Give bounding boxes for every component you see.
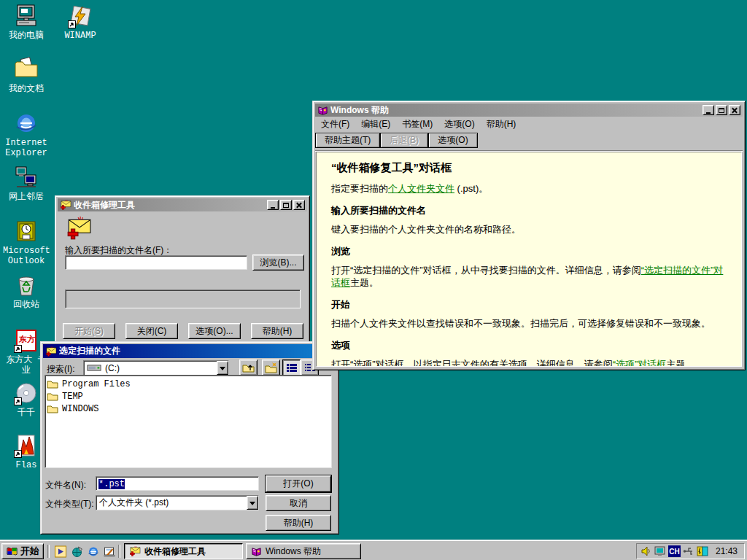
- help-section-heading: 输入所要扫描的文件名: [331, 204, 727, 217]
- minimize-button[interactable]: [267, 200, 279, 210]
- taskbar-separator: [118, 545, 120, 558]
- display-icon[interactable]: [654, 545, 666, 557]
- shortcut-arrow-icon: [14, 450, 22, 458]
- help-titlebar[interactable]: Windows 帮助: [315, 104, 743, 117]
- help-button[interactable]: 帮助(H): [266, 515, 331, 531]
- desktop: 我的电脑 WINAMP 我的文档 Internet Explorer 网上邻居 …: [0, 0, 747, 560]
- menu-help[interactable]: 帮助(H): [481, 117, 522, 132]
- help-topics-button[interactable]: 帮助主题(T): [315, 133, 380, 148]
- desktop-icon-winamp[interactable]: WINAMP: [57, 4, 104, 41]
- file-name-input[interactable]: *.pst: [96, 476, 259, 491]
- inbox-repair-icon: [45, 346, 57, 357]
- repair-titlebar[interactable]: 收件箱修理工具: [58, 198, 307, 211]
- inbox-repair-icon: [129, 546, 141, 556]
- drive-icon: [87, 364, 101, 372]
- icon-label: 回收站: [3, 300, 50, 310]
- file-list-item[interactable]: TEMP: [47, 390, 330, 402]
- scan-file-input[interactable]: [65, 255, 247, 270]
- help-menubar: 文件(F) 编辑(E) 书签(M) 选项(O) 帮助(H): [313, 117, 745, 131]
- file-type-label: 文件类型(T):: [45, 498, 94, 510]
- internet-explorer-quicklaunch-icon[interactable]: [87, 545, 100, 558]
- folder-icon: [47, 404, 58, 413]
- shortcut-arrow-icon: [14, 397, 22, 405]
- back-button[interactable]: 后退(B): [380, 133, 428, 148]
- look-in-label: 搜索(I):: [47, 363, 75, 376]
- minimize-button[interactable]: [703, 105, 714, 115]
- close-button[interactable]: [729, 105, 740, 115]
- help-button[interactable]: 帮助(H): [251, 323, 303, 339]
- task-button-windows-help[interactable]: Windows 帮助: [246, 543, 361, 559]
- maximize-button[interactable]: [716, 105, 727, 115]
- volume-icon[interactable]: [640, 545, 652, 557]
- clock[interactable]: 21:43: [716, 546, 738, 556]
- open-button[interactable]: 打开(O): [266, 475, 331, 492]
- file-list: Program Files TEMP WINDOWS: [44, 375, 332, 468]
- help-paragraph: 指定要扫描的个人文件夹文件 (.pst)。: [331, 182, 727, 195]
- my-computer-icon: [14, 4, 39, 28]
- start-button[interactable]: 开始: [1, 543, 44, 559]
- look-in-combobox[interactable]: (C:): [83, 360, 229, 376]
- options-button[interactable]: 选项(O): [428, 133, 477, 148]
- channels-quicklaunch-icon[interactable]: [71, 545, 84, 558]
- close-button[interactable]: [293, 200, 305, 210]
- options-button[interactable]: 选项(O)...: [188, 323, 241, 339]
- network-neighborhood-icon: [14, 165, 39, 190]
- internet-explorer-icon: [14, 111, 39, 136]
- icon-label: WINAMP: [57, 31, 104, 41]
- file-type-combobox[interactable]: 个人文件夹 (*.pst): [96, 495, 259, 510]
- new-folder-button[interactable]: [262, 359, 280, 376]
- menu-options[interactable]: 选项(O): [438, 117, 480, 132]
- list-view-button[interactable]: [282, 359, 301, 376]
- shortcut-arrow-icon: [14, 345, 22, 353]
- pst-file-link[interactable]: 个人文件夹文件: [388, 183, 454, 194]
- up-one-level-button[interactable]: [239, 359, 258, 376]
- desktop-icon-recycle-bin[interactable]: 回收站: [3, 273, 50, 310]
- help-content: “收件箱修复工具”对话框 指定要扫描的个人文件夹文件 (.pst)。 输入所要扫…: [316, 152, 742, 367]
- combo-dropdown-arrow[interactable]: [247, 496, 258, 510]
- power-icon[interactable]: [697, 545, 708, 557]
- inbox-repair-large-icon: [66, 217, 92, 240]
- windows-flag-icon: [6, 546, 18, 557]
- start-button[interactable]: 开始(S): [63, 323, 115, 339]
- options-dialog-link[interactable]: “选项”对话框: [613, 359, 667, 367]
- menu-bookmark[interactable]: 书签(M): [396, 117, 438, 132]
- menu-edit[interactable]: 编辑(E): [355, 117, 396, 132]
- inbox-repair-icon: [60, 200, 71, 210]
- file-list-item[interactable]: Program Files: [47, 378, 330, 390]
- help-topic-title: “收件箱修复工具”对话框: [331, 161, 727, 174]
- help-book-icon: [251, 546, 262, 557]
- combo-dropdown-arrow[interactable]: [217, 361, 228, 375]
- taskbar: 开始 收件箱修理工具 Windows 帮助 CH 21:43: [0, 540, 747, 560]
- task-button-inbox-repair[interactable]: 收件箱修理工具: [124, 543, 243, 559]
- help-paragraph: 扫描个人文件夹文件以查找错误和不一致现象。扫描完后，可选择修复错误和不一致现象。: [331, 317, 727, 330]
- file-dialog-titlebar[interactable]: 选定扫描的文件: [43, 344, 336, 358]
- close-dialog-button[interactable]: 关闭(C): [125, 323, 178, 339]
- list-view-icon: [286, 362, 298, 373]
- dongfang-icon-text: 东方: [19, 334, 35, 345]
- media-player-quicklaunch-icon[interactable]: [54, 545, 67, 558]
- file-name-value: *.pst: [98, 479, 125, 489]
- repair-title: 收件箱修理工具: [74, 199, 265, 211]
- desktop-icon-my-documents[interactable]: 我的文档: [3, 57, 50, 94]
- window-windows-help: Windows 帮助 文件(F) 编辑(E) 书签(M) 选项(O) 帮助(H)…: [312, 101, 746, 370]
- up-folder-icon: [242, 362, 255, 373]
- show-desktop-quicklaunch-icon[interactable]: [103, 545, 116, 558]
- help-title: Windows 帮助: [330, 104, 700, 117]
- recycle-bin-icon: [14, 273, 39, 298]
- microsoft-outlook-icon: [14, 219, 39, 244]
- desktop-icon-network-neighborhood[interactable]: 网上邻居: [3, 165, 50, 202]
- menu-file[interactable]: 文件(F): [315, 117, 355, 132]
- desktop-icon-my-computer[interactable]: 我的电脑: [3, 4, 50, 41]
- cancel-button[interactable]: 取消: [266, 495, 331, 511]
- desktop-icon-internet-explorer[interactable]: Internet Explorer: [3, 111, 50, 158]
- file-list-item[interactable]: WINDOWS: [47, 402, 330, 415]
- icon-label: 我的电脑: [3, 31, 50, 41]
- maximize-button[interactable]: [280, 200, 292, 210]
- icon-label: Internet Explorer: [3, 138, 50, 158]
- browse-button[interactable]: 浏览(B)...: [252, 254, 304, 271]
- desktop-icon-microsoft-outlook[interactable]: Microsoft Outlook: [3, 219, 50, 266]
- usb-icon[interactable]: [683, 545, 694, 557]
- ime-indicator[interactable]: CH: [668, 545, 681, 557]
- folder-icon: [47, 379, 58, 389]
- folder-icon: [47, 392, 58, 401]
